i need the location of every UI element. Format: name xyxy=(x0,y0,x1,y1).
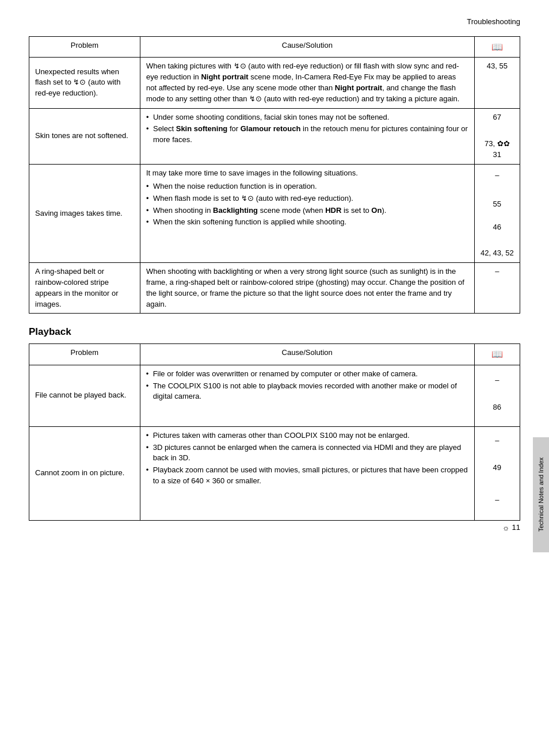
table-row: Cannot zoom in on picture. Pictures take… xyxy=(29,426,520,520)
col-header-cause: Cause/Solution xyxy=(140,37,474,58)
page-ref-cell: – 86 xyxy=(474,365,520,426)
page-number: 11 xyxy=(512,523,520,532)
header-title: Troubleshooting xyxy=(467,17,520,26)
col-header-page: 📖 xyxy=(474,344,520,365)
table-row: Unexpected results when flash set to ↯⊙ … xyxy=(29,58,520,108)
cause-cell: File or folder was overwritten or rename… xyxy=(140,365,474,426)
cause-cell: Pictures taken with cameras other than C… xyxy=(140,426,474,520)
cause-cell: It may take more time to save images in … xyxy=(140,165,474,263)
problem-cell: Saving images takes time. xyxy=(29,165,140,263)
cause-cell: When taking pictures with ↯⊙ (auto with … xyxy=(140,58,474,108)
page-ref-cell: – xyxy=(474,263,520,314)
problem-cell: Unexpected results when flash set to ↯⊙ … xyxy=(29,58,140,108)
col-header-cause: Cause/Solution xyxy=(140,344,474,365)
side-tab-text: Technical Notes and Index xyxy=(537,457,544,532)
col-header-problem: Problem xyxy=(29,37,140,58)
sun-icon: ☼ xyxy=(502,523,510,532)
troubleshooting-table-1: Problem Cause/Solution 📖 Unexpected resu… xyxy=(29,36,520,314)
problem-cell: Skin tones are not softened. xyxy=(29,108,140,165)
book-icon: 📖 xyxy=(491,42,503,52)
cause-cell: When shooting with backlighting or when … xyxy=(140,263,474,314)
page-header: Troubleshooting xyxy=(29,17,520,26)
troubleshooting-table-2: Problem Cause/Solution 📖 File cannot be … xyxy=(29,343,520,520)
page-ref-cell: 67 73, ✿✿ 31 xyxy=(474,108,520,165)
problem-cell: File cannot be played back. xyxy=(29,365,140,426)
table-row: Saving images takes time. It may take mo… xyxy=(29,165,520,263)
book-icon-2: 📖 xyxy=(491,349,503,359)
page-ref-cell: – 49 – xyxy=(474,426,520,520)
page-container: Troubleshooting Problem Cause/Solution 📖… xyxy=(0,0,549,549)
problem-cell: A ring-shaped belt or rainbow-colored st… xyxy=(29,263,140,314)
col-header-problem: Problem xyxy=(29,344,140,365)
table-row: A ring-shaped belt or rainbow-colored st… xyxy=(29,263,520,314)
cause-cell: Under some shooting conditions, facial s… xyxy=(140,108,474,165)
problem-cell: Cannot zoom in on picture. xyxy=(29,426,140,520)
page-footer: ☼11 xyxy=(502,523,520,532)
side-tab: Technical Notes and Index xyxy=(533,437,549,552)
table-row: Skin tones are not softened. Under some … xyxy=(29,108,520,165)
page-ref-cell: – 55 46 42, 43, 52 xyxy=(474,165,520,263)
col-header-page: 📖 xyxy=(474,37,520,58)
section-playback-title: Playback xyxy=(29,326,520,338)
page-ref-cell: 43, 55 xyxy=(474,58,520,108)
table-row: File cannot be played back. File or fold… xyxy=(29,365,520,426)
